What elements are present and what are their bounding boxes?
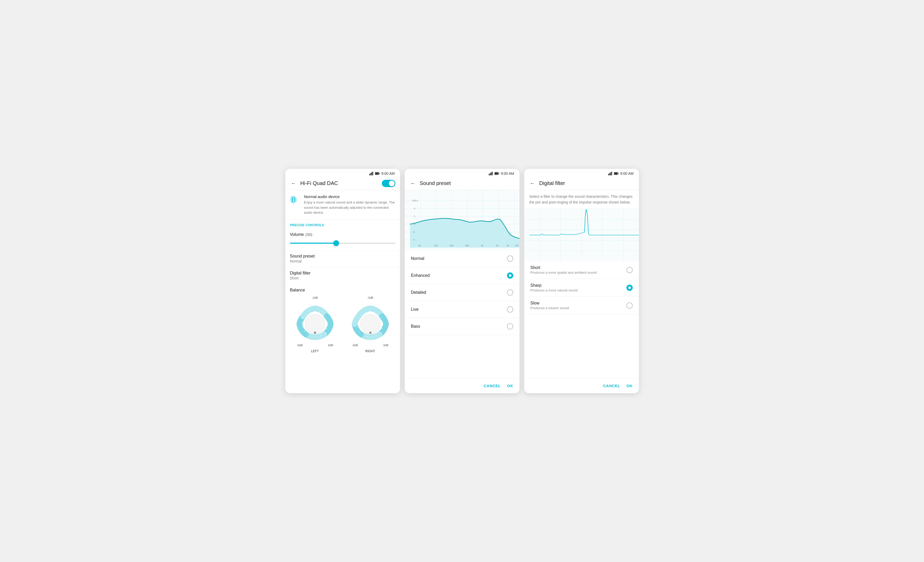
slider-track xyxy=(290,243,395,244)
filter-description: Select a filter to change the sound char… xyxy=(524,190,639,209)
right-db-top: -3dB xyxy=(367,296,373,299)
slider-thumb[interactable] xyxy=(333,240,339,246)
svg-text:4k: 4k xyxy=(507,244,509,247)
preset-item-bass[interactable]: Bass xyxy=(405,318,519,335)
signal-icon-3 xyxy=(608,172,613,175)
radio-slow[interactable] xyxy=(626,302,633,309)
status-icons-3 xyxy=(608,172,619,175)
radio-enhanced[interactable] xyxy=(507,272,513,279)
radio-short[interactable] xyxy=(626,267,633,273)
ok-button-3[interactable]: OK xyxy=(626,382,633,389)
svg-rect-5 xyxy=(375,173,379,174)
ok-button-2[interactable]: OK xyxy=(507,382,513,389)
filter-item-sharp[interactable]: Sharp Produces a more natural sound xyxy=(524,279,639,297)
svg-rect-25 xyxy=(490,173,490,175)
impulse-chart xyxy=(524,209,639,261)
signal-icon-2 xyxy=(489,172,494,175)
radio-bass[interactable] xyxy=(507,323,513,329)
battery-icon-3 xyxy=(614,172,619,175)
toggle-switch[interactable] xyxy=(382,180,395,187)
svg-rect-3 xyxy=(372,172,373,175)
svg-text:60: 60 xyxy=(418,244,421,247)
left-knob-svg[interactable] xyxy=(296,302,334,341)
signal-icon xyxy=(369,172,374,175)
volume-label: Volume (30) xyxy=(290,232,395,237)
cancel-button-3[interactable]: CANCEL xyxy=(603,382,620,389)
svg-rect-60 xyxy=(610,172,611,175)
device-text: Normal audio device Enjoy a more natural… xyxy=(304,194,395,215)
panel-sound-preset: 9:00 AM ← Sound preset 289 xyxy=(405,169,519,393)
back-button-1[interactable]: ← xyxy=(290,179,297,187)
svg-text:-2: -2 xyxy=(412,231,415,233)
balance-label: Balance xyxy=(290,288,395,293)
eq-chart: 289.6 4 2 0 -2 -4 60 125 500 800 1k 2k 4… xyxy=(405,190,519,250)
svg-rect-59 xyxy=(609,173,610,175)
back-button-3[interactable]: ← xyxy=(529,179,536,187)
svg-rect-64 xyxy=(618,173,619,174)
svg-text:2k: 2k xyxy=(496,244,498,247)
digital-filter-footer: CANCEL OK xyxy=(524,378,639,393)
device-desc: Enjoy a more natural sound and a wider d… xyxy=(304,200,395,215)
radio-detailed[interactable] xyxy=(507,289,513,296)
filter-item-short[interactable]: Short Produces a more spatial and ambien… xyxy=(524,261,639,279)
svg-text:1k: 1k xyxy=(481,244,483,247)
radio-live[interactable] xyxy=(507,306,513,313)
radio-sharp[interactable] xyxy=(626,285,633,291)
sound-preset-label: Sound preset xyxy=(290,254,395,258)
impulse-svg xyxy=(524,209,639,261)
digital-filter-label: Digital filter xyxy=(290,271,395,275)
svg-point-19 xyxy=(314,332,316,334)
right-knob-svg[interactable] xyxy=(351,302,390,341)
status-bar-3: 9:00 AM xyxy=(524,169,639,177)
digital-filter-row[interactable]: Digital filter Short xyxy=(285,267,400,284)
time-3: 9:00 AM xyxy=(620,171,633,176)
balance-section: Balance -3dB xyxy=(285,284,400,358)
slider-fill xyxy=(290,243,338,244)
status-icons-2 xyxy=(489,172,499,175)
status-bar-1: 9:00 AM xyxy=(285,169,400,177)
panel-digital-filter: 9:00 AM ← Digital filter Select a filter… xyxy=(524,169,639,393)
svg-text:2: 2 xyxy=(414,215,415,218)
svg-point-21 xyxy=(360,314,380,334)
balance-knobs: -3dB xyxy=(290,296,395,353)
volume-row: Volume (30) xyxy=(285,228,400,250)
svg-rect-63 xyxy=(614,173,618,174)
left-knob-footer: -6dB 0dB xyxy=(297,344,333,347)
svg-point-22 xyxy=(369,332,371,334)
radio-normal[interactable] xyxy=(507,255,513,262)
left-channel: LEFT xyxy=(311,349,319,353)
right-knob-footer: -6dB 0dB xyxy=(352,344,388,347)
preset-item-detailed[interactable]: Detailed xyxy=(405,284,519,301)
svg-text:125: 125 xyxy=(434,244,438,247)
hifi-header: ← Hi-Fi Quad DAC xyxy=(285,177,400,190)
sound-preset-row[interactable]: Sound preset Normal xyxy=(285,250,400,267)
page-title-3: Digital filter xyxy=(539,180,634,186)
sound-preset-footer: CANCEL OK xyxy=(405,378,519,393)
digital-filter-header: ← Digital filter xyxy=(524,177,639,190)
time-1: 9:00 AM xyxy=(381,171,394,176)
svg-text:800: 800 xyxy=(465,244,469,247)
eq-svg: 289.6 4 2 0 -2 -4 60 125 500 800 1k 2k 4… xyxy=(405,190,519,250)
preset-item-enhanced[interactable]: Enhanced xyxy=(405,267,519,284)
right-knob-container: -3dB xyxy=(351,296,390,353)
svg-rect-29 xyxy=(495,173,498,174)
svg-rect-58 xyxy=(608,174,609,175)
page-title-2: Sound preset xyxy=(420,180,515,186)
cancel-button-2[interactable]: CANCEL xyxy=(484,382,501,389)
preset-item-normal[interactable]: Normal xyxy=(405,250,519,267)
sound-preset-header: ← Sound preset xyxy=(405,177,519,190)
svg-text:500: 500 xyxy=(450,244,453,247)
device-name: Normal audio device xyxy=(304,194,395,199)
back-button-2[interactable]: ← xyxy=(410,179,417,187)
filter-item-slow[interactable]: Slow Produces a clearer sound xyxy=(524,297,639,314)
svg-rect-6 xyxy=(379,173,380,174)
battery-icon-2 xyxy=(495,172,499,175)
filter-options: Short Produces a more spatial and ambien… xyxy=(524,261,639,378)
svg-text:10k: 10k xyxy=(515,244,519,247)
svg-rect-61 xyxy=(611,172,612,175)
preset-item-live[interactable]: Live xyxy=(405,301,519,318)
svg-rect-2 xyxy=(371,172,372,175)
svg-rect-1 xyxy=(370,173,371,175)
volume-slider[interactable] xyxy=(290,240,395,246)
time-2: 9:00 AM xyxy=(501,171,514,176)
